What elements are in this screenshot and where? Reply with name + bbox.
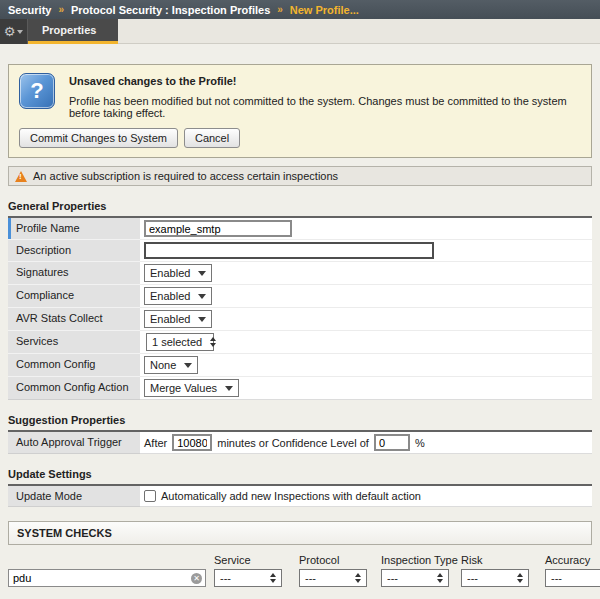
auto-approval-row: Auto Approval Trigger After minutes or C…: [8, 432, 592, 454]
signatures-label: Signatures: [8, 262, 140, 285]
cancel-button[interactable]: Cancel: [184, 128, 240, 148]
tab-properties-label: Properties: [42, 24, 96, 36]
filter-protocol-select[interactable]: ---: [299, 569, 367, 587]
search-input[interactable]: [8, 569, 206, 587]
inspection-profile-page: Security » Protocol Security : Inspectio…: [0, 0, 600, 599]
common-config-row: Common Config None: [8, 354, 592, 377]
up-down-arrows-icon: [270, 573, 276, 583]
filter-accuracy-select[interactable]: ---: [545, 569, 600, 587]
chevron-down-icon: [184, 363, 192, 368]
services-row: Services 1 selected: [8, 331, 592, 354]
services-select[interactable]: 1 selected: [146, 333, 214, 351]
common-config-action-row: Common Config Action Merge Values: [8, 377, 592, 400]
profile-name-label: Profile Name: [8, 218, 140, 240]
chevron-down-icon: [198, 294, 206, 299]
search-field: ✕: [8, 569, 206, 587]
signatures-row: Signatures Enabled: [8, 262, 592, 285]
warning-icon: [15, 171, 27, 182]
filter-service-select[interactable]: ---: [214, 569, 282, 587]
common-config-label: Common Config: [8, 354, 140, 377]
filter-inspection-type-select[interactable]: ---: [381, 569, 449, 587]
tab-strip: ⚙ Properties: [0, 19, 600, 44]
signatures-select-value: Enabled: [150, 267, 190, 279]
filter-protocol-label: Protocol: [299, 554, 367, 566]
filter-protocol: Protocol ---: [299, 554, 367, 587]
alert-title: Unsaved changes to the Profile!: [69, 73, 581, 87]
question-icon: ?: [19, 73, 55, 109]
breadcrumb-separator-icon: »: [58, 4, 64, 15]
gear-icon: ⚙: [4, 25, 16, 38]
update-mode-checkbox-label: Automatically add new Inspections with d…: [161, 490, 421, 502]
update-settings-heading: Update Settings: [8, 465, 592, 486]
filter-accuracy-value: ---: [551, 572, 562, 584]
services-label: Services: [8, 331, 140, 354]
profile-name-input[interactable]: [144, 220, 292, 237]
up-down-arrows-icon: [355, 573, 361, 583]
suggestion-properties-heading: Suggestion Properties: [8, 411, 592, 432]
update-mode-label: Update Mode: [8, 486, 140, 507]
filter-service-label: Service: [214, 554, 282, 566]
avr-stats-select-value: Enabled: [150, 313, 190, 325]
up-down-arrows-icon: [437, 573, 443, 583]
system-checks-header: SYSTEM CHECKS: [8, 521, 592, 545]
compliance-select-value: Enabled: [150, 290, 190, 302]
description-row: Description: [8, 240, 592, 262]
percent-text: %: [415, 437, 425, 449]
chevron-down-icon: [225, 386, 233, 391]
alert-message: Profile has been modified but not commit…: [69, 95, 581, 119]
up-down-arrows-icon: [517, 573, 523, 583]
common-config-action-select[interactable]: Merge Values: [144, 379, 239, 397]
after-text: After: [144, 437, 167, 449]
filter-risk-value: ---: [467, 572, 478, 584]
compliance-row: Compliance Enabled: [8, 285, 592, 308]
unsaved-changes-alert: ? Unsaved changes to the Profile! Profil…: [8, 64, 592, 158]
signatures-select[interactable]: Enabled: [144, 264, 212, 282]
filter-inspection-type-label: Inspection Type: [381, 554, 458, 566]
filter-risk: Risk ---: [461, 554, 529, 587]
confidence-text: minutes or Confidence Level of: [217, 437, 369, 449]
chevron-down-icon: [198, 271, 206, 276]
compliance-label: Compliance: [8, 285, 140, 308]
general-properties-heading: General Properties: [8, 197, 592, 218]
breadcrumb-separator-icon: »: [277, 4, 283, 15]
minutes-input[interactable]: [172, 434, 212, 451]
commit-changes-button[interactable]: Commit Changes to System: [19, 128, 178, 148]
confidence-input[interactable]: [374, 434, 410, 451]
subscription-warning: An active subscription is required to ac…: [8, 166, 592, 186]
inspection-filter-bar: ✕ Service --- Protocol --- Inspection Ty…: [8, 548, 592, 589]
breadcrumb-section[interactable]: Security: [8, 4, 51, 16]
clear-search-icon[interactable]: ✕: [191, 573, 202, 584]
filter-accuracy-label: Accuracy: [545, 554, 600, 566]
chevron-down-icon: [198, 317, 206, 322]
avr-stats-select[interactable]: Enabled: [144, 310, 212, 328]
common-config-select[interactable]: None: [144, 356, 198, 374]
avr-stats-row: AVR Stats Collect Enabled: [8, 308, 592, 331]
profile-name-row: Profile Name: [8, 218, 592, 240]
options-menu-button[interactable]: ⚙: [0, 19, 28, 44]
filter-accuracy: Accuracy ---: [545, 554, 600, 587]
description-input[interactable]: [144, 242, 434, 259]
compliance-select[interactable]: Enabled: [144, 287, 212, 305]
breadcrumb: Security » Protocol Security : Inspectio…: [0, 0, 600, 19]
filter-risk-label: Risk: [461, 554, 529, 566]
breadcrumb-current: New Profile...: [290, 4, 359, 16]
common-config-action-label: Common Config Action: [8, 377, 140, 400]
filter-service-value: ---: [220, 572, 231, 584]
tab-properties[interactable]: Properties: [28, 19, 118, 44]
subscription-warning-text: An active subscription is required to ac…: [33, 170, 338, 182]
update-mode-checkbox[interactable]: [144, 490, 156, 502]
common-config-action-select-value: Merge Values: [150, 382, 217, 394]
chevron-down-icon: [17, 30, 23, 34]
filter-inspection-type-value: ---: [387, 572, 398, 584]
avr-stats-label: AVR Stats Collect: [8, 308, 140, 331]
auto-approval-label: Auto Approval Trigger: [8, 432, 140, 454]
up-down-arrows-icon: [210, 337, 216, 347]
filter-inspection-type: Inspection Type ---: [381, 554, 458, 587]
filter-service: Service ---: [214, 554, 282, 587]
common-config-select-value: None: [150, 359, 176, 371]
filter-protocol-value: ---: [305, 572, 316, 584]
filter-risk-select[interactable]: ---: [461, 569, 529, 587]
breadcrumb-path[interactable]: Protocol Security : Inspection Profiles: [71, 4, 270, 16]
services-select-value: 1 selected: [152, 336, 202, 348]
description-label: Description: [8, 240, 140, 262]
